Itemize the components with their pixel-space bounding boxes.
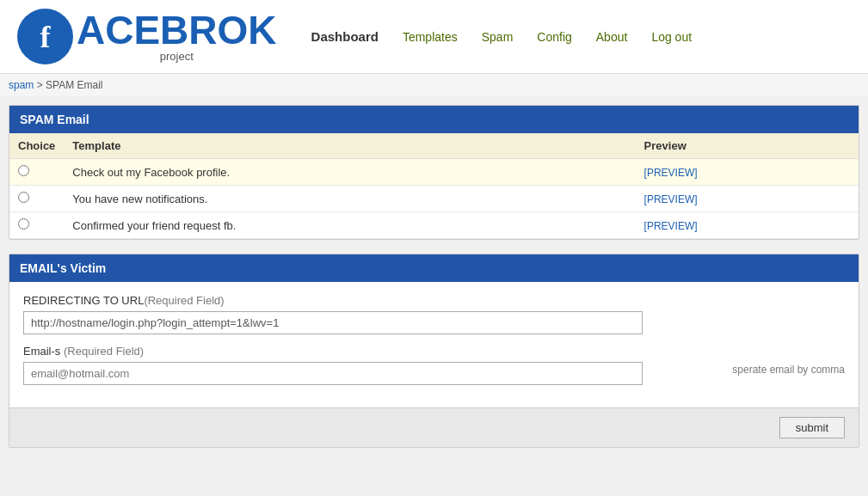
preview-cell-3: [PREVIEW] <box>636 212 859 239</box>
table-row: Check out my Facebook profile. [PREVIEW] <box>9 159 859 186</box>
template-text-2: You have new notifications. <box>64 186 635 212</box>
nav-logout[interactable]: Log out <box>651 30 692 44</box>
preview-cell-2: [PREVIEW] <box>636 186 859 212</box>
col-preview: Preview <box>636 133 859 159</box>
table-row: Confirmed your friend request fb. [PREVI… <box>9 212 859 239</box>
submit-row: submit <box>9 407 859 447</box>
template-radio-3[interactable] <box>18 218 29 230</box>
victim-form: REDIRECTING TO URL(Required Field) Email… <box>9 282 859 407</box>
preview-link-2[interactable]: [PREVIEW] <box>644 193 698 205</box>
separate-note: sperate email by comma <box>732 345 845 376</box>
preview-link-3[interactable]: [PREVIEW] <box>644 220 698 232</box>
logo-area: f ACEBROK project <box>17 9 277 64</box>
email-left: Email-s (Required Field) <box>23 345 715 385</box>
radio-cell-2[interactable] <box>9 186 64 212</box>
content-area: SPAM Email Choice Template Preview Check… <box>0 96 868 470</box>
nav-config[interactable]: Config <box>537 30 571 44</box>
header: f ACEBROK project Dashboard Templates Sp… <box>0 0 868 74</box>
victim-panel-header: EMAIL's Victim <box>9 254 859 282</box>
template-radio-2[interactable] <box>18 192 29 203</box>
template-radio-1[interactable] <box>18 165 29 176</box>
logo-icon: f <box>17 9 73 64</box>
breadcrumb-current: SPAM Email <box>46 79 102 91</box>
url-label: REDIRECTING TO URL(Required Field) <box>23 294 845 307</box>
victim-panel: EMAIL's Victim REDIRECTING TO URL(Requir… <box>9 254 859 448</box>
spam-table: Choice Template Preview Check out my Fac… <box>9 133 859 239</box>
nav-templates[interactable]: Templates <box>403 30 458 44</box>
template-text-3: Confirmed your friend request fb. <box>64 212 635 239</box>
breadcrumb: spam > SPAM Email <box>0 74 868 96</box>
nav-about[interactable]: About <box>596 30 628 44</box>
spam-panel-header: SPAM Email <box>9 106 859 133</box>
url-field-row: REDIRECTING TO URL(Required Field) <box>23 294 845 334</box>
preview-cell-1: [PREVIEW] <box>636 159 859 186</box>
radio-cell-1[interactable] <box>9 159 64 186</box>
email-field-row: Email-s (Required Field) sperate email b… <box>23 345 845 385</box>
breadcrumb-separator: > <box>37 79 43 91</box>
url-input[interactable] <box>23 311 643 334</box>
main-nav: Dashboard Templates Spam Config About Lo… <box>311 29 693 44</box>
table-row: You have new notifications. [PREVIEW] <box>9 186 859 212</box>
template-text-1: Check out my Facebook profile. <box>64 159 635 186</box>
preview-link-1[interactable]: [PREVIEW] <box>644 167 698 179</box>
breadcrumb-link[interactable]: spam <box>9 79 34 91</box>
email-label: Email-s (Required Field) <box>23 345 715 358</box>
spam-email-panel: SPAM Email Choice Template Preview Check… <box>9 105 859 240</box>
email-input[interactable] <box>23 362 643 385</box>
submit-button[interactable]: submit <box>779 417 845 438</box>
col-template: Template <box>64 133 635 159</box>
nav-spam[interactable]: Spam <box>482 30 514 44</box>
col-choice: Choice <box>9 133 64 159</box>
logo-text: ACEBROK project <box>77 10 277 63</box>
nav-dashboard[interactable]: Dashboard <box>311 29 379 44</box>
radio-cell-3[interactable] <box>9 212 64 239</box>
